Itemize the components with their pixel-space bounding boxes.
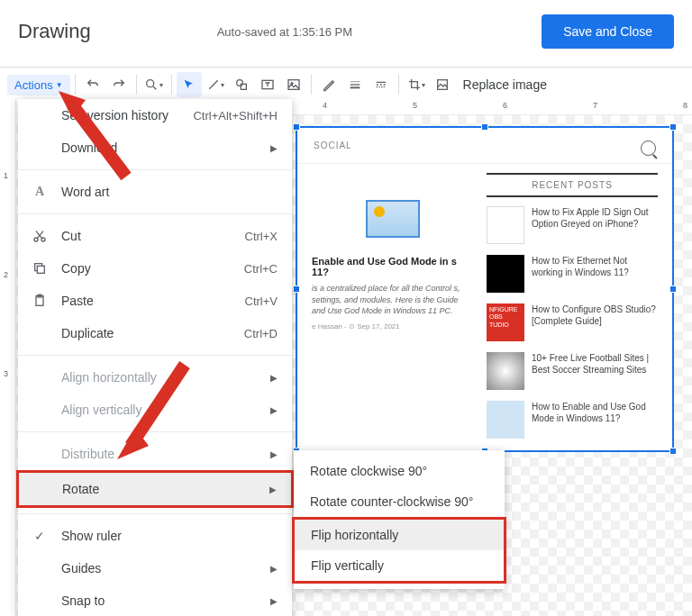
search-icon: [641, 140, 656, 156]
copy-icon: [31, 259, 49, 277]
vertical-ruler: 1 2 3: [0, 99, 16, 616]
mask-icon[interactable]: [430, 72, 455, 97]
annotation-arrow-2: [108, 356, 198, 464]
border-weight-icon[interactable]: [342, 72, 368, 97]
paste-icon: [31, 292, 49, 310]
preview-article-meta: e Hassan - ⊙ Sep 17, 2021: [312, 322, 474, 331]
svg-rect-9: [37, 266, 44, 273]
border-color-icon[interactable]: [316, 72, 341, 97]
select-icon[interactable]: [177, 72, 202, 97]
shape-icon[interactable]: [229, 72, 254, 97]
zoom-icon[interactable]: ▾: [141, 72, 167, 97]
submenu-flip-vertical[interactable]: Flip vertically: [295, 550, 504, 581]
submenu-rotate-ccw[interactable]: Rotate counter-clockwise 90°: [294, 486, 505, 517]
menu-copy[interactable]: CopyCtrl+C: [18, 252, 292, 285]
svg-point-1: [236, 80, 242, 86]
submenu-rotate-cw[interactable]: Rotate clockwise 90°: [294, 456, 505, 486]
wordart-icon: A: [31, 183, 49, 201]
menu-paste[interactable]: PasteCtrl+V: [18, 285, 292, 317]
rotate-submenu: Rotate clockwise 90° Rotate counter-cloc…: [294, 450, 505, 589]
autosave-text: Auto-saved at 1:35:16 PM: [217, 25, 352, 39]
replace-image-button[interactable]: Replace image: [463, 77, 547, 92]
crop-icon[interactable]: ▾: [404, 72, 429, 97]
menu-rotate[interactable]: Rotate▶: [19, 473, 291, 505]
svg-rect-6: [437, 80, 447, 90]
svg-point-0: [147, 80, 154, 87]
selected-image[interactable]: SOCIAL Enable and Use God Mode in s 11? …: [296, 126, 674, 452]
menu-duplicate[interactable]: DuplicateCtrl+D: [18, 317, 292, 349]
border-dash-icon[interactable]: [369, 72, 394, 97]
check-icon: ✓: [31, 527, 49, 545]
recent-posts-heading: RECENT POSTS: [487, 173, 658, 197]
preview-social-label: SOCIAL: [314, 140, 352, 156]
image-icon[interactable]: [281, 72, 306, 97]
preview-article-desc: is a centralized place for all the Contr…: [312, 283, 474, 317]
preview-article-title: Enable and Use God Mode in s 11?: [312, 256, 474, 277]
textbox-icon[interactable]: [255, 72, 280, 97]
submenu-flip-horizontal[interactable]: Flip horizontally: [295, 520, 504, 550]
annotation-arrow-1: [54, 86, 135, 186]
menu-snap-to[interactable]: Snap to▶: [18, 584, 292, 616]
line-icon[interactable]: ▾: [203, 72, 228, 97]
save-close-button[interactable]: Save and Close: [542, 14, 674, 49]
menu-guides[interactable]: Guides▶: [18, 552, 292, 584]
menu-cut[interactable]: CutCtrl+X: [18, 220, 292, 252]
menu-show-ruler[interactable]: ✓Show ruler: [18, 520, 292, 552]
cut-icon: [31, 227, 49, 245]
page-title: Drawing: [18, 20, 91, 43]
preview-featured-image: [366, 200, 420, 238]
